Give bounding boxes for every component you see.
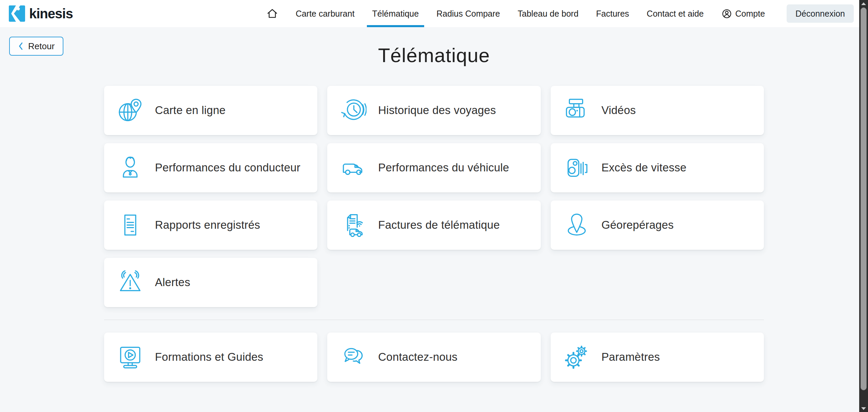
tile-label: Vidéos	[601, 104, 636, 117]
chevron-left-icon	[18, 41, 24, 51]
tile-label: Performances du véhicule	[378, 161, 509, 174]
tile-label: Géorepérages	[601, 219, 674, 231]
tile-label: Historique des voyages	[378, 104, 496, 117]
back-label: Retour	[28, 41, 55, 52]
tile-carte-en-ligne[interactable]: Carte en ligne	[104, 86, 317, 135]
training-icon	[117, 344, 143, 370]
tile-label: Factures de télématique	[378, 219, 500, 231]
tile-grid-main: Carte en ligne Historique des voyages	[104, 86, 764, 307]
scrollbar-thumb[interactable]	[861, 7, 867, 390]
scroll-down-arrow-icon[interactable]	[861, 407, 866, 410]
tile-exces-de-vitesse[interactable]: Excès de vitesse	[551, 143, 764, 192]
nav-label: Contact et aide	[647, 9, 704, 19]
telematics-invoice-icon	[340, 212, 367, 238]
brand-name: kinesis	[29, 6, 73, 21]
section-divider	[104, 320, 764, 320]
tile-label: Excès de vitesse	[601, 161, 687, 174]
account-label: Compte	[735, 9, 765, 19]
saved-report-icon	[117, 212, 143, 238]
nav-label: Factures	[596, 9, 629, 19]
tile-georeperages[interactable]: Géorepérages	[551, 201, 764, 250]
back-button[interactable]: Retour	[9, 37, 63, 56]
tile-performances-du-conducteur[interactable]: Performances du conducteur	[104, 143, 317, 192]
globe-pin-icon	[117, 97, 143, 124]
tile-alertes[interactable]: Alertes	[104, 258, 317, 307]
tile-label: Contactez-nous	[378, 351, 457, 363]
tile-label: Alertes	[155, 276, 190, 289]
nav-item-radius-compare[interactable]: Radius Compare	[436, 0, 500, 27]
tile-grid-secondary: Formations et Guides Contactez-nous	[104, 333, 764, 382]
tile-label: Rapports enregistrés	[155, 219, 260, 231]
tile-factures-de-telematique[interactable]: Factures de télématique	[327, 201, 540, 250]
vertical-scrollbar[interactable]	[859, 0, 868, 412]
nav-label: Radius Compare	[436, 9, 500, 19]
scroll-up-arrow-icon[interactable]	[861, 2, 866, 5]
nav-item-contact-et-aide[interactable]: Contact et aide	[647, 0, 704, 27]
tile-formations-et-guides[interactable]: Formations et Guides	[104, 333, 317, 382]
home-icon	[267, 8, 278, 19]
account-link[interactable]: Compte	[722, 0, 765, 27]
geofence-icon	[564, 212, 590, 238]
nav-label: Carte carburant	[296, 9, 355, 19]
tile-contactez-nous[interactable]: Contactez-nous	[327, 333, 540, 382]
tile-historique-des-voyages[interactable]: Historique des voyages	[327, 86, 540, 135]
tile-performances-du-vehicule[interactable]: Performances du véhicule	[327, 143, 540, 192]
page-title: Télématique	[0, 27, 868, 67]
alert-icon	[117, 269, 143, 296]
nav-label: Télématique	[372, 9, 419, 19]
nav-item-tableau-de-bord[interactable]: Tableau de bord	[518, 0, 578, 27]
nav-item-telematique[interactable]: Télématique	[372, 0, 419, 27]
tile-label: Formations et Guides	[155, 351, 263, 363]
driver-icon	[117, 154, 143, 181]
van-icon	[340, 154, 367, 181]
account-icon	[722, 8, 732, 19]
brand-logo[interactable]: kinesis	[9, 5, 73, 22]
telematics-page: Retour Télématique Carte en ligne	[0, 27, 868, 412]
tile-label: Performances du conducteur	[155, 161, 300, 174]
tile-label: Carte en ligne	[155, 104, 225, 117]
tile-videos[interactable]: Vidéos	[551, 86, 764, 135]
tile-label: Paramètres	[601, 351, 660, 363]
main-nav: Carte carburant Télématique Radius Compa…	[267, 0, 854, 27]
chat-icon	[340, 344, 367, 370]
nav-label: Tableau de bord	[518, 9, 578, 19]
tile-parametres[interactable]: Paramètres	[551, 333, 764, 382]
top-header: kinesis Carte carburant Télématique Radi…	[0, 0, 868, 27]
home-link[interactable]	[267, 0, 278, 27]
speed-camera-icon	[564, 154, 590, 181]
kinesis-logo-icon	[9, 5, 25, 22]
dashcam-icon	[564, 97, 590, 124]
tile-rapports-enregistres[interactable]: Rapports enregistrés	[104, 201, 317, 250]
logout-button[interactable]: Déconnexion	[787, 4, 854, 23]
nav-item-factures[interactable]: Factures	[596, 0, 629, 27]
settings-icon	[564, 344, 590, 370]
trip-history-icon	[340, 97, 367, 124]
nav-item-carte-carburant[interactable]: Carte carburant	[296, 0, 355, 27]
